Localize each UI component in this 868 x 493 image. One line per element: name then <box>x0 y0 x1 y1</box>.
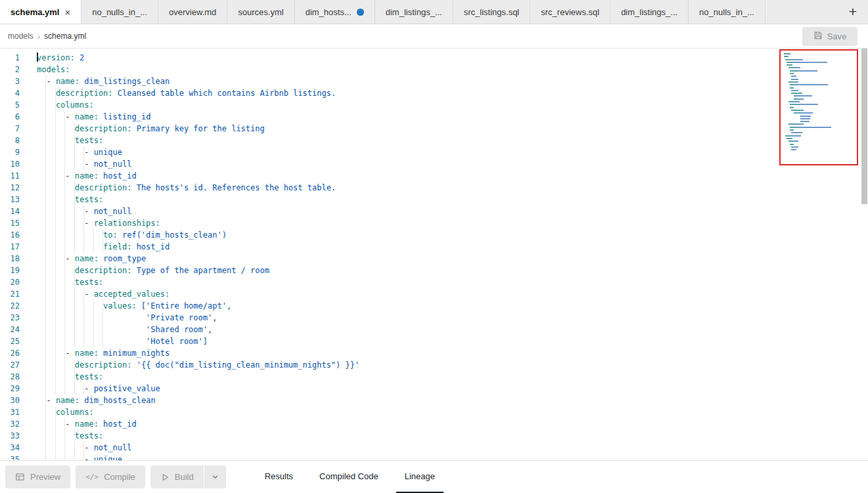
plus-icon: + <box>849 4 857 20</box>
tab-no-nulls-in[interactable]: no_nulls_in_... <box>689 0 765 24</box>
line-number: 12 <box>0 182 20 194</box>
code-line[interactable]: - not_null <box>37 205 359 217</box>
code-line[interactable]: - name: room_type <box>37 253 359 265</box>
code-line[interactable]: - name: dim_listings_clean <box>37 75 359 87</box>
close-tab-icon[interactable]: × <box>64 7 70 17</box>
tab-sources-yml[interactable]: sources.yml <box>227 0 294 24</box>
code-line[interactable]: tests: <box>37 194 359 205</box>
tab-dim-listings[interactable]: dim_listings_... <box>610 0 689 24</box>
line-number: 10 <box>0 158 20 170</box>
code-line[interactable]: 'Private room', <box>37 312 359 324</box>
line-number: 8 <box>0 135 20 146</box>
tab-no-nulls-in[interactable]: no_nulls_in_... <box>81 0 158 24</box>
code-line[interactable]: description: The hosts's id. References … <box>37 182 359 194</box>
code-line[interactable]: - name: dim_hosts_clean <box>37 395 359 406</box>
code-line[interactable]: 'Hotel room'] <box>37 335 359 347</box>
line-number: 1 <box>0 52 20 64</box>
code-line[interactable]: 'Shared room', <box>37 324 359 335</box>
minimap-line <box>800 116 857 117</box>
line-number: 28 <box>0 371 20 383</box>
minimap-line <box>791 132 857 133</box>
minimap-line <box>794 95 857 96</box>
preview-icon <box>15 472 25 482</box>
tab-label: src_listings.sql <box>464 7 520 17</box>
compile-button-label: Compile <box>104 472 135 482</box>
code-line[interactable]: description: Primary key for the listing <box>37 123 359 135</box>
minimap-line <box>791 146 857 148</box>
code-line[interactable]: - positive_value <box>37 383 359 395</box>
line-number: 19 <box>0 265 20 276</box>
bottom-tab-label: Compiled Code <box>319 471 378 481</box>
line-number: 15 <box>0 217 20 229</box>
bottom-tab-results[interactable]: Results <box>256 461 302 493</box>
code-line[interactable]: - relationships: <box>37 217 359 229</box>
save-icon <box>813 31 823 42</box>
minimap-line <box>785 59 857 60</box>
code-line[interactable]: field: host_id <box>37 241 359 253</box>
code-line[interactable]: tests: <box>37 276 359 288</box>
line-number: 13 <box>0 194 20 205</box>
preview-button[interactable]: Preview <box>5 465 70 488</box>
minimap-line <box>790 84 857 85</box>
build-button-label: Build <box>175 472 194 482</box>
tab-src-listings-sql[interactable]: src_listings.sql <box>453 0 531 24</box>
minimap-line <box>785 135 857 137</box>
new-tab-button[interactable]: + <box>838 0 868 24</box>
minimap-line <box>787 138 857 139</box>
code-line[interactable]: - unique <box>37 146 359 158</box>
code-line[interactable]: - name: listing_id <box>37 111 359 123</box>
minimap-line <box>788 101 857 102</box>
code-line[interactable]: - unique <box>37 454 359 460</box>
code-line[interactable]: - name: host_id <box>37 418 359 430</box>
tab-dim-listings[interactable]: dim_listings_... <box>375 0 453 24</box>
tab-label: no_nulls_in_... <box>699 7 754 17</box>
play-icon <box>160 473 170 482</box>
tab-label: overview.md <box>169 7 216 17</box>
breadcrumb-item-models[interactable]: models <box>8 32 34 41</box>
line-number: 7 <box>0 123 20 135</box>
code-line[interactable]: - name: host_id <box>37 170 359 182</box>
save-button[interactable]: Save <box>802 27 857 46</box>
minimap-line <box>800 121 857 122</box>
code-line[interactable]: tests: <box>37 371 359 383</box>
minimap-line <box>790 73 857 74</box>
code-line[interactable]: tests: <box>37 430 359 442</box>
unsaved-changes-icon <box>357 9 364 16</box>
code-content[interactable]: version: 2models:- name: dim_listings_cl… <box>37 52 359 460</box>
code-line[interactable]: - name: minimum_nights <box>37 347 359 359</box>
minimap-line <box>794 112 857 114</box>
code-line[interactable]: columns: <box>37 99 359 111</box>
minimap-line <box>788 81 857 83</box>
tab-dim-hosts[interactable]: dim_hosts... <box>295 0 375 24</box>
code-line[interactable]: to: ref('dim_hosts_clean') <box>37 229 359 241</box>
tab-overview-md[interactable]: overview.md <box>158 0 227 24</box>
code-line[interactable]: tests: <box>37 135 359 146</box>
minimap-line <box>791 149 857 150</box>
build-options-button[interactable] <box>204 465 226 488</box>
code-line[interactable]: values: ['Entire home/apt', <box>37 300 359 312</box>
code-line[interactable]: description: '{{ doc("dim_listing_clean_… <box>37 359 359 371</box>
line-number: 2 <box>0 64 20 75</box>
minimap-line <box>794 98 857 100</box>
tab-label: dim_hosts... <box>306 7 352 17</box>
code-editor[interactable]: 1234567891011121314151617181920212223242… <box>0 49 868 460</box>
code-line[interactable]: description: Type of the apartment / roo… <box>37 265 359 276</box>
code-line[interactable]: models: <box>37 64 359 75</box>
code-line[interactable]: - accepted_values: <box>37 288 359 300</box>
code-line[interactable]: columns: <box>37 406 359 418</box>
minimap-line <box>791 75 857 77</box>
code-line[interactable]: - not_null <box>37 158 359 170</box>
line-number: 35 <box>0 454 20 460</box>
tab-src-reviews-sql[interactable]: src_reviews.sql <box>530 0 610 24</box>
compile-button[interactable]: </> Compile <box>76 465 145 488</box>
tab-schema-yml[interactable]: schema.yml× <box>0 0 81 24</box>
code-line[interactable]: - not_null <box>37 442 359 454</box>
minimap[interactable] <box>779 49 858 165</box>
vertical-scrollbar[interactable] <box>861 49 867 204</box>
tab-bar: schema.yml×no_nulls_in_...overview.mdsou… <box>0 0 868 24</box>
code-line[interactable]: version: 2 <box>37 52 359 64</box>
code-line[interactable]: description: Cleansed table which contai… <box>37 87 359 99</box>
build-button[interactable]: Build <box>150 465 204 488</box>
bottom-tab-lineage[interactable]: Lineage <box>396 461 444 493</box>
bottom-tab-compiled-code[interactable]: Compiled Code <box>311 461 387 493</box>
